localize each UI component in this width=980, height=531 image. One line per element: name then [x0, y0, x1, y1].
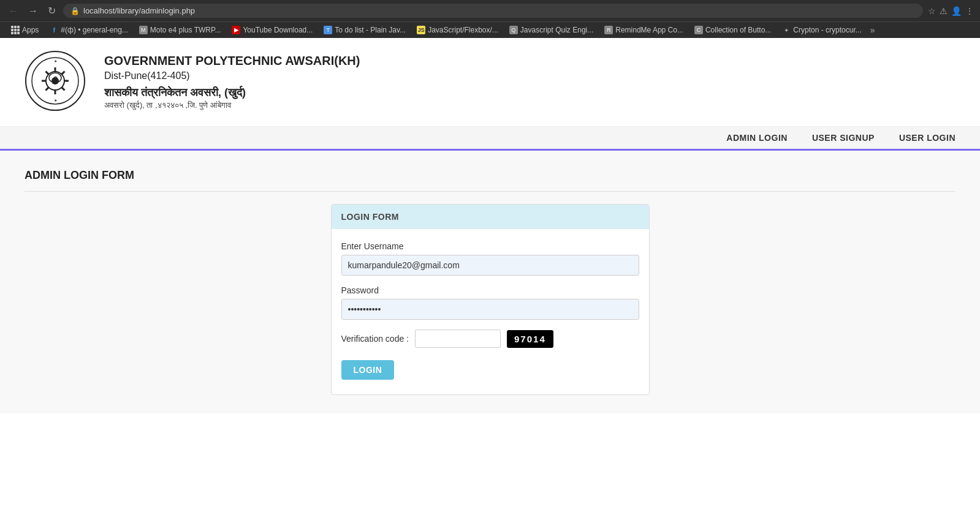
refresh-button[interactable]: ↻: [45, 4, 58, 18]
bookmark-remindme-label: RemindMe App Co...: [615, 26, 683, 34]
navbar: ADMIN LOGIN USER SIGNUP USER LOGIN: [0, 127, 980, 151]
url-text: localhost/library/adminlogin.php: [83, 6, 195, 15]
bookmark-js-label: JavaScript/Flexbox/...: [428, 26, 498, 34]
browser-toolbar: ← → ↻ 🔒 localhost/library/adminlogin.php…: [0, 0, 980, 21]
bookmark-todo[interactable]: T To do list - Plain Jav...: [319, 24, 411, 36]
bookmark-crypton-icon: ✦: [782, 26, 791, 34]
svg-text:★: ★: [54, 59, 57, 63]
star-icon[interactable]: ☆: [928, 6, 936, 16]
username-input[interactable]: [341, 255, 639, 276]
bookmark-moto-icon: M: [139, 26, 148, 34]
bookmark-apps[interactable]: Apps: [6, 24, 44, 36]
bookmark-moto[interactable]: M Moto e4 plus TWRP...: [134, 24, 226, 36]
bookmark-js-icon: JS: [417, 26, 425, 34]
svg-text:★: ★: [54, 99, 57, 102]
login-card-body: Enter Username Password Verification cod…: [332, 229, 649, 394]
bookmark-general-eng-icon: f: [50, 26, 58, 34]
college-district: Dist-Pune(412-405): [104, 70, 955, 81]
address-bar[interactable]: 🔒 localhost/library/adminlogin.php: [63, 4, 923, 18]
nav-user-login[interactable]: USER LOGIN: [899, 133, 955, 143]
username-label: Enter Username: [341, 241, 639, 251]
bookmark-youtube[interactable]: ▶ YouTube Download...: [227, 24, 317, 36]
college-info: GOVERNMENT POLYTECHNIC AWSARI(KH) Dist-P…: [104, 54, 955, 110]
bookmark-quiz-label: Javascript Quiz Engi...: [520, 26, 593, 34]
lock-icon: 🔒: [70, 7, 80, 15]
account-icon[interactable]: 👤: [951, 6, 962, 16]
verification-row: Verification code : 97014: [341, 330, 639, 348]
bookmark-youtube-label: YouTube Download...: [243, 26, 313, 34]
bookmark-general-eng[interactable]: f #(ф) • general-eng...: [45, 24, 132, 36]
nav-admin-login[interactable]: ADMIN LOGIN: [726, 133, 788, 143]
username-group: Enter Username: [341, 241, 639, 276]
svg-line-9: [62, 88, 65, 91]
password-group: Password: [341, 285, 639, 320]
form-title: ADMIN LOGIN FORM: [25, 169, 955, 192]
site-header: ⚙ ★ ★ GOVERNMENT POLYTECHNIC AWSARI(KH) …: [0, 38, 980, 127]
apps-grid-icon: [11, 26, 20, 34]
bookmark-general-eng-label: #(ф) • general-eng...: [61, 26, 127, 34]
bookmark-apps-label: Apps: [22, 26, 39, 34]
login-card: LOGIN FORM Enter Username Password Verif…: [331, 204, 650, 395]
forward-button[interactable]: →: [26, 4, 40, 18]
college-name-hindi: शासकीय तंत्रनिकेतन अवसरी, (खुर्द): [104, 86, 955, 99]
nav-user-signup[interactable]: USER SIGNUP: [812, 133, 875, 143]
bookmark-collection-label: Collection of Butto...: [705, 26, 771, 34]
browser-actions: ☆ ⚠ 👤 ⋮: [928, 6, 974, 16]
login-button[interactable]: LOGIN: [341, 360, 395, 380]
captcha-display: 97014: [507, 330, 553, 348]
bookmark-remindme[interactable]: R RemindMe App Co...: [599, 24, 688, 36]
bookmark-js[interactable]: JS JavaScript/Flexbox/...: [412, 24, 503, 36]
bookmark-collection[interactable]: C Collection of Butto...: [689, 24, 776, 36]
college-logo: ⚙ ★ ★: [25, 50, 86, 111]
svg-line-10: [62, 72, 65, 75]
svg-line-11: [46, 88, 49, 91]
bookmark-crypton[interactable]: ✦ Crypton - cryptocur...: [777, 24, 866, 36]
logo-area: ⚙ ★ ★: [25, 50, 86, 114]
bookmark-todo-label: To do list - Plain Jav...: [335, 26, 406, 34]
bookmark-moto-label: Moto e4 plus TWRP...: [150, 26, 221, 34]
bookmarks-more-button[interactable]: »: [868, 25, 878, 35]
bookmark-quiz[interactable]: Q Javascript Quiz Engi...: [504, 24, 598, 36]
svg-line-8: [46, 72, 49, 75]
page-content: ⚙ ★ ★ GOVERNMENT POLYTECHNIC AWSARI(KH) …: [0, 38, 980, 525]
bookmark-crypton-label: Crypton - cryptocur...: [793, 26, 861, 34]
college-name-english: GOVERNMENT POLYTECHNIC AWSARI(KH): [104, 54, 955, 68]
bookmark-quiz-icon: Q: [509, 26, 518, 34]
bookmark-youtube-icon: ▶: [232, 26, 240, 34]
back-button[interactable]: ←: [6, 4, 21, 18]
verification-input[interactable]: [415, 330, 501, 348]
password-input[interactable]: [341, 299, 639, 320]
browser-chrome: ← → ↻ 🔒 localhost/library/adminlogin.php…: [0, 0, 980, 38]
bookmark-todo-icon: T: [324, 26, 332, 34]
verification-label: Verification code :: [341, 334, 409, 344]
password-label: Password: [341, 285, 639, 295]
svg-text:⚙: ⚙: [53, 75, 58, 81]
bookmarks-bar: Apps f #(ф) • general-eng... M Moto e4 p…: [0, 21, 980, 38]
menu-icon[interactable]: ⋮: [965, 6, 974, 16]
main-content: ADMIN LOGIN FORM LOGIN FORM Enter Userna…: [0, 151, 980, 413]
bookmark-collection-icon: C: [694, 26, 703, 34]
alert-icon[interactable]: ⚠: [940, 6, 948, 16]
college-address-hindi: अवसरो (खुर्द), ता ,४१२४०५ ,जि. पुणे आंबे…: [104, 100, 955, 110]
login-card-header: LOGIN FORM: [332, 205, 649, 229]
bookmark-remind-icon: R: [604, 26, 613, 34]
